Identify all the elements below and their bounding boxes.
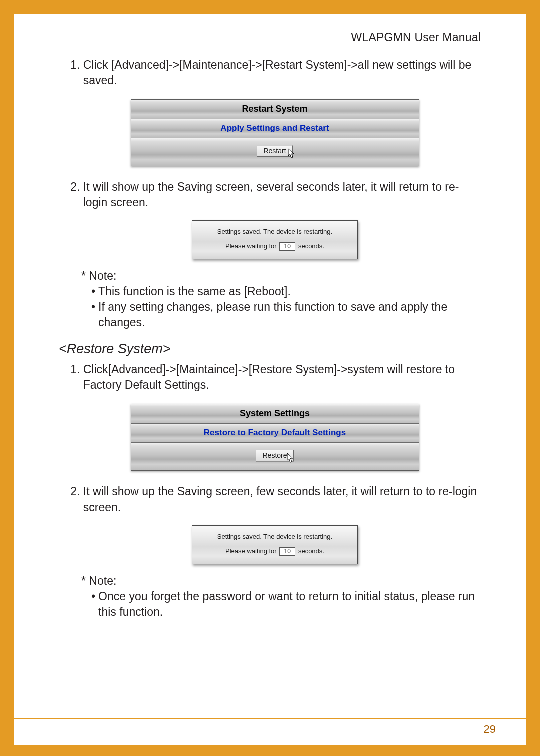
restart-step-1-text: Click [Advanced]->[Maintenance]->[Restar… xyxy=(84,58,472,87)
bullet-icon: • xyxy=(92,589,96,620)
page-header: WLAPGMN User Manual xyxy=(69,31,481,44)
restart-note-block: * Note: • This function is the same as [… xyxy=(82,268,481,330)
restart-panel-title: Restart System xyxy=(132,100,419,120)
restore-step-2: It will show up the Saving screen, few s… xyxy=(84,484,481,515)
bullet-icon: • xyxy=(92,300,96,330)
restart-system-panel: Restart System Apply Settings and Restar… xyxy=(131,100,420,166)
saving-dialog-2-wait-pre: Please waiting for xyxy=(226,548,277,555)
restart-button[interactable]: Restart xyxy=(257,146,292,157)
saving-dialog-1: Settings saved. The device is restarting… xyxy=(192,220,358,260)
restore-step-1-text: Click[Advanced]->[Maintaince]->[Restore … xyxy=(84,363,455,392)
restart-panel-button-row: Restart xyxy=(132,138,419,166)
bullet-icon: • xyxy=(92,284,96,300)
restart-step-2: It will show up the Saving screen, sever… xyxy=(84,180,481,210)
restore-note-1: Once you forget the password or want to … xyxy=(98,589,481,620)
restore-note-block: * Note: • Once you forget the password o… xyxy=(82,574,481,620)
page-number: 29 xyxy=(484,723,496,736)
countdown-value: 10 xyxy=(280,242,296,251)
restore-step-2-text: It will show up the Saving screen, few s… xyxy=(84,485,477,514)
countdown-value-2: 10 xyxy=(280,548,296,556)
saving-dialog-wait-pre: Please waiting for xyxy=(226,242,277,250)
restart-note-label: * Note: xyxy=(82,268,481,284)
restart-section: Click [Advanced]->[Maintenance]->[Restar… xyxy=(69,58,481,88)
restore-note-label: * Note: xyxy=(82,574,481,589)
restart-step-2-text: It will show up the Saving screen, sever… xyxy=(84,180,460,209)
saving-dialog-2: Settings saved. The device is restarting… xyxy=(192,526,358,564)
saving-dialog-1-line2: Please waiting for 10 seconds. xyxy=(198,242,352,251)
restore-button[interactable]: Restore xyxy=(256,450,294,462)
saving-dialog-2-wait-post: seconds. xyxy=(298,548,324,555)
restart-step-1: Click [Advanced]->[Maintenance]->[Restar… xyxy=(84,58,481,88)
saving-dialog-wait-post: seconds. xyxy=(298,242,324,250)
restore-section-title: <Restore System> xyxy=(59,342,481,357)
saving-dialog-2-line1: Settings saved. The device is restarting… xyxy=(198,533,352,540)
saving-dialog-2-line2: Please waiting for 10 seconds. xyxy=(198,548,352,556)
restore-panel-button-row: Restore xyxy=(132,443,419,470)
restore-step-1: Click[Advanced]->[Maintaince]->[Restore … xyxy=(84,362,481,393)
restore-system-panel: System Settings Restore to Factory Defau… xyxy=(131,404,420,471)
restore-panel-title: System Settings xyxy=(132,404,419,424)
restart-panel-subtitle: Apply Settings and Restart xyxy=(132,120,419,138)
restart-note-1: This function is the same as [Reboot]. xyxy=(98,284,291,300)
restart-note-2: If any setting changes, please run this … xyxy=(98,300,481,330)
saving-dialog-1-line1: Settings saved. The device is restarting… xyxy=(198,228,352,236)
restore-panel-subtitle: Restore to Factory Default Settings xyxy=(132,424,419,443)
